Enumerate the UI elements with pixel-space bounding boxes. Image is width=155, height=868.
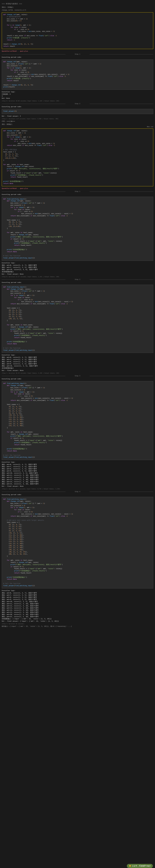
exec-label-5: Executing parsed code: xyxy=(2,378,153,380)
out-1: Out: None xyxy=(2,97,153,100)
meta-5: [Step 2: Duration 33.1 seconds| Input to… xyxy=(2,488,153,490)
exec-logs-6: Execution logs: xyxy=(2,589,153,592)
out-final-4: Out - Final answer: None xyxy=(2,369,153,372)
exec-label-3: Executing parsed code: xyxy=(2,193,153,196)
exec-code-4: def find_matching_input(): def change_re… xyxy=(2,285,153,353)
new-run-label: New run xyxy=(2,126,153,128)
step-divider-2: Step 2 xyxy=(2,102,153,105)
step-divider-4: Step 2 xyxy=(2,278,153,281)
meta-1: [Step 0: Duration 18.06 seconds| Input t… xyxy=(2,100,153,102)
exec-code-6: def find_matching_input(): def change_re… xyxy=(2,497,153,588)
exec-label-6: Executing parsed code: xyxy=(2,493,153,496)
code-content: def find_matching_input(): def change_re… xyxy=(3,286,152,351)
logs-6: 测试: amt=6, coins=[1, 4, 7], 需要3个硬币 测试: a… xyxy=(2,592,153,620)
exec-label-1: Executing parsed code: xyxy=(2,56,153,59)
exec-code-3: def find_matching_input(): def change_re… xyxy=(2,197,153,261)
step-divider-6: Step 4 xyxy=(2,490,153,493)
code-content: def change_ref(amt, coins): # 你的动态规划代码 m… xyxy=(3,14,152,48)
meta-3: [Step 0: Duration 22.37 seconds| Input t… xyxy=(2,275,153,278)
code-content: def change_ref(amt, coins): min_coins = … xyxy=(3,61,152,88)
test1-title: 测试1: 初测输入 xyxy=(2,6,153,9)
code-content: def change_ref(amt, coins): min_coins = … xyxy=(3,130,152,185)
final-line: 检到输入: {'input': {'amt': 22, 'coins': [1,… xyxy=(2,625,153,628)
exec-code-5: def find_matching_input(): def change_re… xyxy=(2,381,153,460)
opener-model-2: OpenAIServerModel - qwen-plus xyxy=(2,187,153,190)
code-block-1: def change_ref(amt, coins): # 你的动态规划代码 m… xyxy=(2,12,153,49)
block2-title: 代码: ===正确=== xyxy=(2,120,153,123)
page-header: === 终答检与修测试 === xyxy=(2,2,153,6)
opener-model: OpenAIServerModel - qwen-plus xyxy=(2,50,153,53)
logs-5: 测试: amt=6, coins=[1, 4, 7], 需要3个硬币 测试: a… xyxy=(2,463,153,485)
code-content: def find_matching_input(): def change_re… xyxy=(3,198,152,259)
logs-4: 测试: amt=6, coins=[1, 4, 7], 需要3个硬币 测试: a… xyxy=(2,356,153,369)
step-divider-5: Step 3 xyxy=(2,374,153,378)
out-final-6: Out - Final answer: {'input': {'amt': 22… xyxy=(2,620,153,622)
exec-logs-5: Execution logs: xyxy=(2,461,153,463)
exec-logs-4: Execution logs: xyxy=(2,354,153,356)
test1-line: change_ref(6, coins=[1,4,7] xyxy=(2,9,153,11)
logs-3: 测试: amt=6, coins=[1, 4, 7], 需要3个硬币 测试: a… xyxy=(2,264,153,273)
code-block-2: def change_ref(amt, coins): min_coins = … xyxy=(2,128,153,186)
exec-label-4: Executing parsed code: xyxy=(2,281,153,284)
out-final-2: Out - Final answer: 3 xyxy=(2,115,153,118)
meta-2: [Step 1: Duration 3.27 seconds| Input to… xyxy=(2,118,153,120)
step-divider-1: Step 1 xyxy=(2,53,153,56)
step-divider-3: Step 1 xyxy=(2,190,153,193)
meta-4: [Step 1: Duration 30.59 seconds| Input t… xyxy=(2,372,153,374)
exec-logs-3: Execution logs: xyxy=(2,262,153,264)
exec-code-1: def change_ref(amt, coins): min_coins = … xyxy=(2,59,153,90)
logs-1: 计算结果: 3 3 xyxy=(2,93,153,97)
meta-6: [Step 3: Duration 41 seconds] xyxy=(2,622,153,625)
exec-code-2: final_answer(3) xyxy=(2,109,153,114)
code-content: def find_matching_input(): def change_re… xyxy=(3,498,152,587)
out-final-3: Out - Final answer: None xyxy=(2,273,153,275)
exec-label-2: Executing parsed code: xyxy=(2,105,153,108)
code-content: def find_matching_input(): def change_re… xyxy=(3,382,152,459)
out-final-5: Out - Final answer: None xyxy=(2,485,153,488)
test2-title: 测试: 测测输入 xyxy=(2,123,153,126)
code-content: final_answer(3) xyxy=(3,111,152,113)
exec-logs-1: Execution logs: xyxy=(2,91,153,93)
